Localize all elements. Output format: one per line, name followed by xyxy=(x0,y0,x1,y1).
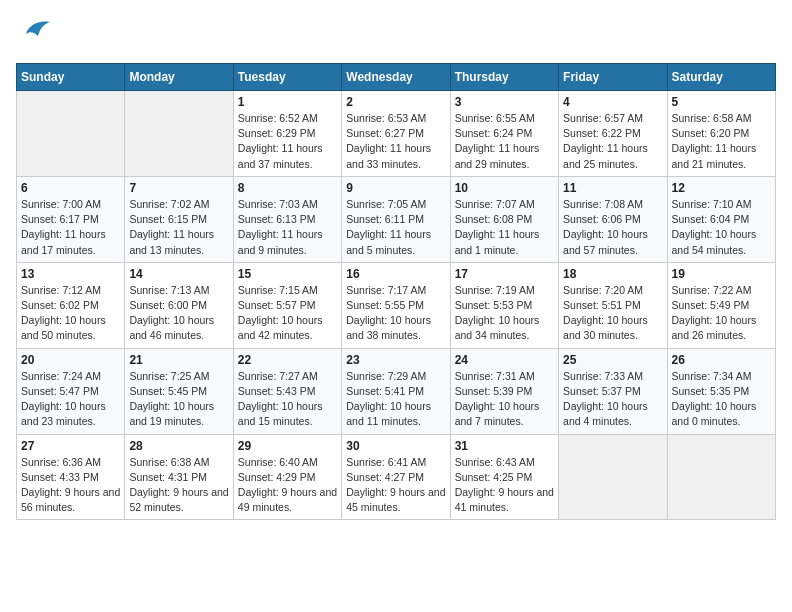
day-of-week-header: Sunday xyxy=(17,64,125,91)
day-number: 20 xyxy=(21,353,120,367)
day-number: 14 xyxy=(129,267,228,281)
calendar-cell: 25Sunrise: 7:33 AM Sunset: 5:37 PM Dayli… xyxy=(559,348,667,434)
calendar-cell: 23Sunrise: 7:29 AM Sunset: 5:41 PM Dayli… xyxy=(342,348,450,434)
calendar-week-row: 1Sunrise: 6:52 AM Sunset: 6:29 PM Daylig… xyxy=(17,91,776,177)
calendar-cell: 7Sunrise: 7:02 AM Sunset: 6:15 PM Daylig… xyxy=(125,176,233,262)
calendar-week-row: 27Sunrise: 6:36 AM Sunset: 4:33 PM Dayli… xyxy=(17,434,776,520)
day-info: Sunrise: 7:27 AM Sunset: 5:43 PM Dayligh… xyxy=(238,369,337,430)
day-info: Sunrise: 7:07 AM Sunset: 6:08 PM Dayligh… xyxy=(455,197,554,258)
day-info: Sunrise: 7:10 AM Sunset: 6:04 PM Dayligh… xyxy=(672,197,771,258)
day-number: 22 xyxy=(238,353,337,367)
day-number: 10 xyxy=(455,181,554,195)
day-number: 1 xyxy=(238,95,337,109)
day-number: 21 xyxy=(129,353,228,367)
calendar-cell: 6Sunrise: 7:00 AM Sunset: 6:17 PM Daylig… xyxy=(17,176,125,262)
calendar-cell: 19Sunrise: 7:22 AM Sunset: 5:49 PM Dayli… xyxy=(667,262,775,348)
day-info: Sunrise: 6:57 AM Sunset: 6:22 PM Dayligh… xyxy=(563,111,662,172)
calendar-cell: 17Sunrise: 7:19 AM Sunset: 5:53 PM Dayli… xyxy=(450,262,558,348)
calendar-cell: 31Sunrise: 6:43 AM Sunset: 4:25 PM Dayli… xyxy=(450,434,558,520)
calendar-cell: 3Sunrise: 6:55 AM Sunset: 6:24 PM Daylig… xyxy=(450,91,558,177)
day-number: 11 xyxy=(563,181,662,195)
day-number: 15 xyxy=(238,267,337,281)
calendar-cell: 11Sunrise: 7:08 AM Sunset: 6:06 PM Dayli… xyxy=(559,176,667,262)
day-of-week-header: Tuesday xyxy=(233,64,341,91)
day-info: Sunrise: 7:25 AM Sunset: 5:45 PM Dayligh… xyxy=(129,369,228,430)
logo-bird-icon xyxy=(20,16,52,51)
calendar-cell: 10Sunrise: 7:07 AM Sunset: 6:08 PM Dayli… xyxy=(450,176,558,262)
calendar-cell: 22Sunrise: 7:27 AM Sunset: 5:43 PM Dayli… xyxy=(233,348,341,434)
calendar-cell: 24Sunrise: 7:31 AM Sunset: 5:39 PM Dayli… xyxy=(450,348,558,434)
day-number: 26 xyxy=(672,353,771,367)
day-info: Sunrise: 6:43 AM Sunset: 4:25 PM Dayligh… xyxy=(455,455,554,516)
calendar-cell: 2Sunrise: 6:53 AM Sunset: 6:27 PM Daylig… xyxy=(342,91,450,177)
calendar-cell: 27Sunrise: 6:36 AM Sunset: 4:33 PM Dayli… xyxy=(17,434,125,520)
calendar-week-row: 13Sunrise: 7:12 AM Sunset: 6:02 PM Dayli… xyxy=(17,262,776,348)
day-info: Sunrise: 6:40 AM Sunset: 4:29 PM Dayligh… xyxy=(238,455,337,516)
day-of-week-header: Monday xyxy=(125,64,233,91)
day-info: Sunrise: 6:55 AM Sunset: 6:24 PM Dayligh… xyxy=(455,111,554,172)
calendar-cell: 13Sunrise: 7:12 AM Sunset: 6:02 PM Dayli… xyxy=(17,262,125,348)
day-of-week-header: Thursday xyxy=(450,64,558,91)
day-number: 8 xyxy=(238,181,337,195)
day-info: Sunrise: 6:41 AM Sunset: 4:27 PM Dayligh… xyxy=(346,455,445,516)
day-number: 27 xyxy=(21,439,120,453)
day-info: Sunrise: 7:12 AM Sunset: 6:02 PM Dayligh… xyxy=(21,283,120,344)
calendar-table: SundayMondayTuesdayWednesdayThursdayFrid… xyxy=(16,63,776,520)
day-number: 12 xyxy=(672,181,771,195)
day-info: Sunrise: 7:17 AM Sunset: 5:55 PM Dayligh… xyxy=(346,283,445,344)
calendar-cell: 4Sunrise: 6:57 AM Sunset: 6:22 PM Daylig… xyxy=(559,91,667,177)
day-info: Sunrise: 6:58 AM Sunset: 6:20 PM Dayligh… xyxy=(672,111,771,172)
day-info: Sunrise: 6:38 AM Sunset: 4:31 PM Dayligh… xyxy=(129,455,228,516)
day-info: Sunrise: 6:53 AM Sunset: 6:27 PM Dayligh… xyxy=(346,111,445,172)
calendar-cell: 28Sunrise: 6:38 AM Sunset: 4:31 PM Dayli… xyxy=(125,434,233,520)
day-info: Sunrise: 7:34 AM Sunset: 5:35 PM Dayligh… xyxy=(672,369,771,430)
calendar-week-row: 6Sunrise: 7:00 AM Sunset: 6:17 PM Daylig… xyxy=(17,176,776,262)
day-number: 3 xyxy=(455,95,554,109)
day-of-week-header: Friday xyxy=(559,64,667,91)
calendar-cell: 9Sunrise: 7:05 AM Sunset: 6:11 PM Daylig… xyxy=(342,176,450,262)
day-number: 4 xyxy=(563,95,662,109)
calendar-cell xyxy=(667,434,775,520)
calendar-cell xyxy=(559,434,667,520)
calendar-cell xyxy=(17,91,125,177)
calendar-header-row: SundayMondayTuesdayWednesdayThursdayFrid… xyxy=(17,64,776,91)
day-number: 6 xyxy=(21,181,120,195)
calendar-cell: 26Sunrise: 7:34 AM Sunset: 5:35 PM Dayli… xyxy=(667,348,775,434)
logo xyxy=(16,16,52,51)
calendar-week-row: 20Sunrise: 7:24 AM Sunset: 5:47 PM Dayli… xyxy=(17,348,776,434)
calendar-cell: 8Sunrise: 7:03 AM Sunset: 6:13 PM Daylig… xyxy=(233,176,341,262)
calendar-cell: 30Sunrise: 6:41 AM Sunset: 4:27 PM Dayli… xyxy=(342,434,450,520)
calendar-cell: 16Sunrise: 7:17 AM Sunset: 5:55 PM Dayli… xyxy=(342,262,450,348)
day-info: Sunrise: 7:19 AM Sunset: 5:53 PM Dayligh… xyxy=(455,283,554,344)
day-number: 13 xyxy=(21,267,120,281)
day-info: Sunrise: 7:08 AM Sunset: 6:06 PM Dayligh… xyxy=(563,197,662,258)
day-info: Sunrise: 7:24 AM Sunset: 5:47 PM Dayligh… xyxy=(21,369,120,430)
calendar-cell: 18Sunrise: 7:20 AM Sunset: 5:51 PM Dayli… xyxy=(559,262,667,348)
day-info: Sunrise: 7:00 AM Sunset: 6:17 PM Dayligh… xyxy=(21,197,120,258)
calendar-cell: 12Sunrise: 7:10 AM Sunset: 6:04 PM Dayli… xyxy=(667,176,775,262)
day-info: Sunrise: 7:20 AM Sunset: 5:51 PM Dayligh… xyxy=(563,283,662,344)
day-info: Sunrise: 7:22 AM Sunset: 5:49 PM Dayligh… xyxy=(672,283,771,344)
day-number: 28 xyxy=(129,439,228,453)
day-info: Sunrise: 7:03 AM Sunset: 6:13 PM Dayligh… xyxy=(238,197,337,258)
day-number: 19 xyxy=(672,267,771,281)
page-header xyxy=(16,16,776,51)
day-number: 17 xyxy=(455,267,554,281)
calendar-cell: 5Sunrise: 6:58 AM Sunset: 6:20 PM Daylig… xyxy=(667,91,775,177)
calendar-cell: 14Sunrise: 7:13 AM Sunset: 6:00 PM Dayli… xyxy=(125,262,233,348)
day-info: Sunrise: 7:13 AM Sunset: 6:00 PM Dayligh… xyxy=(129,283,228,344)
day-of-week-header: Wednesday xyxy=(342,64,450,91)
day-info: Sunrise: 7:31 AM Sunset: 5:39 PM Dayligh… xyxy=(455,369,554,430)
day-number: 5 xyxy=(672,95,771,109)
day-number: 23 xyxy=(346,353,445,367)
calendar-cell: 29Sunrise: 6:40 AM Sunset: 4:29 PM Dayli… xyxy=(233,434,341,520)
day-number: 25 xyxy=(563,353,662,367)
day-number: 9 xyxy=(346,181,445,195)
day-number: 29 xyxy=(238,439,337,453)
day-info: Sunrise: 7:05 AM Sunset: 6:11 PM Dayligh… xyxy=(346,197,445,258)
day-info: Sunrise: 7:02 AM Sunset: 6:15 PM Dayligh… xyxy=(129,197,228,258)
day-info: Sunrise: 7:29 AM Sunset: 5:41 PM Dayligh… xyxy=(346,369,445,430)
day-number: 24 xyxy=(455,353,554,367)
day-of-week-header: Saturday xyxy=(667,64,775,91)
day-info: Sunrise: 7:15 AM Sunset: 5:57 PM Dayligh… xyxy=(238,283,337,344)
